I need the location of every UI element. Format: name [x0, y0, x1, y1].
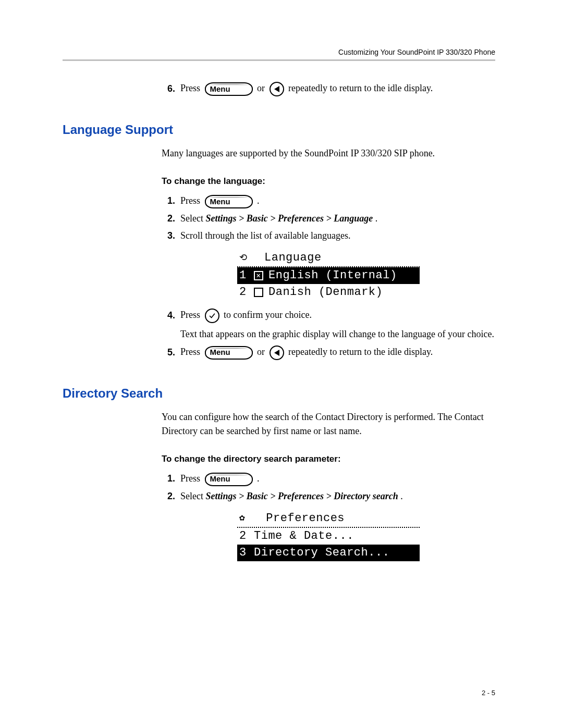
text-select: Select — [180, 491, 205, 501]
text-after: to confirm your choice. — [224, 310, 312, 320]
checkbox-checked-icon — [254, 271, 263, 280]
lcd-row: 2 Danish (Denmark) — [237, 284, 420, 301]
subhead-change-directory-param: To change the directory search parameter… — [162, 454, 495, 464]
text-after: repeatedly to return to the idle display… — [288, 347, 433, 357]
dir-step-1: 1. Press Menu . — [162, 472, 495, 486]
step-text: Press Menu or repeatedly to return to th… — [180, 345, 495, 360]
text-period: . — [375, 213, 378, 224]
language-intro: Many languages are supported by the Soun… — [162, 146, 495, 161]
lcd-row-index: 1 — [239, 268, 249, 283]
back-arrow-icon — [270, 346, 284, 360]
lcd-row-label: Directory Search... — [254, 545, 389, 561]
text-select: Select — [180, 213, 205, 224]
back-arrow-icon — [270, 82, 284, 96]
lcd-row-selected: 3 Directory Search... — [237, 545, 420, 561]
text-after: repeatedly to return to the idle display… — [288, 83, 433, 93]
text-press: Press — [180, 310, 203, 320]
step-number: 1. — [162, 194, 180, 208]
menu-key-icon: Menu — [205, 82, 253, 96]
step-number: 3. — [162, 229, 180, 243]
lang-step-2: 2. Select Settings > Basic > Preferences… — [162, 212, 495, 226]
directory-intro: You can configure how the search of the … — [162, 410, 495, 438]
text-period: . — [257, 195, 260, 206]
subhead-change-language: To change the language: — [162, 176, 495, 187]
step-6: 6. Press Menu or repeatedly to return to… — [162, 81, 495, 96]
step-text: Press Menu or repeatedly to return to th… — [180, 81, 495, 96]
menu-path: Settings > Basic > Preferences > Directo… — [205, 491, 398, 501]
lcd-title-row: ⟲ Language — [237, 250, 420, 268]
lcd-title: Language — [264, 250, 322, 266]
text-or: or — [257, 347, 267, 357]
step-number: 1. — [162, 472, 180, 486]
text-period: . — [400, 491, 403, 501]
text-period: . — [257, 473, 260, 484]
signal-icon: ⟲ — [239, 253, 249, 263]
lang-step-5: 5. Press Menu or repeatedly to return to… — [162, 345, 495, 360]
step-text: Press Menu . — [180, 194, 495, 208]
lcd-row-label: English (Internal) — [268, 268, 397, 283]
text-or: or — [257, 83, 267, 93]
step-number: 4. — [162, 309, 180, 323]
text-press: Press — [180, 195, 203, 206]
lcd-row-index: 2 — [239, 285, 249, 300]
lcd-row-selected: 1 English (Internal) — [237, 267, 420, 284]
menu-key-icon: Menu — [205, 195, 253, 208]
text-press: Press — [180, 347, 203, 357]
lcd-preferences-screen: ✿ Preferences 2 Time & Date... 3 Directo… — [237, 511, 420, 561]
menu-path: Settings > Basic > Preferences > Languag… — [205, 213, 373, 224]
step-number: 6. — [162, 82, 180, 96]
step-text: Select Settings > Basic > Preferences > … — [180, 489, 495, 503]
lcd-language-screen: ⟲ Language 1 English (Internal) 2 Danish… — [237, 250, 420, 301]
lcd-title-row: ✿ Preferences — [237, 511, 420, 528]
step-number: 2. — [162, 212, 180, 226]
dir-step-2: 2. Select Settings > Basic > Preferences… — [162, 489, 495, 503]
step-number: 2. — [162, 489, 180, 503]
header-rule — [63, 59, 495, 61]
text-press: Press — [180, 83, 203, 93]
heading-directory-search: Directory Search — [63, 386, 495, 401]
page-header-right: Customizing Your SoundPoint IP 330/320 P… — [338, 48, 495, 56]
lang-step-4: 4. Press to confirm your choice. — [162, 308, 495, 323]
text-press: Press — [180, 473, 203, 484]
step-text: Select Settings > Basic > Preferences > … — [180, 212, 495, 226]
lang-step-3: 3. Scroll through the list of available … — [162, 229, 495, 243]
checkbox-unchecked-icon — [254, 288, 263, 297]
step-text: Press Menu . — [180, 472, 495, 486]
lcd-row-index: 2 — [239, 528, 249, 544]
page-number: 2 - 5 — [482, 689, 495, 697]
lang-step-4-para: Text that appears on the graphic display… — [180, 327, 495, 341]
step-text: Scroll through the list of available lan… — [180, 229, 495, 243]
lcd-row-label: Time & Date... — [254, 528, 354, 544]
lcd-row-label: Danish (Denmark) — [268, 285, 383, 300]
lang-step-1: 1. Press Menu . — [162, 194, 495, 208]
lcd-title: Preferences — [266, 511, 345, 526]
step-text: Press to confirm your choice. — [180, 308, 495, 323]
gear-icon: ✿ — [239, 512, 245, 524]
menu-key-icon: Menu — [205, 473, 253, 486]
menu-key-icon: Menu — [205, 346, 253, 360]
step-number: 5. — [162, 346, 180, 360]
heading-language-support: Language Support — [63, 122, 495, 137]
checkmark-icon — [205, 309, 219, 323]
lcd-row-index: 3 — [239, 545, 249, 561]
lcd-row: 2 Time & Date... — [237, 528, 420, 545]
